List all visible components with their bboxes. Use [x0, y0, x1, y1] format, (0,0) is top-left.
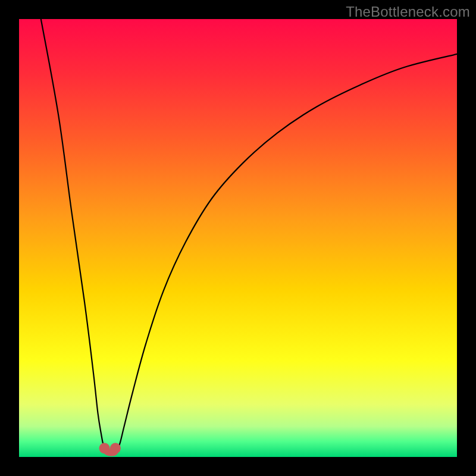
gradient-backdrop	[19, 19, 457, 457]
watermark-text: TheBottleneck.com	[346, 4, 470, 20]
optimum-marker-right	[110, 443, 121, 453]
chart-frame	[19, 19, 457, 457]
optimum-marker-left	[99, 443, 110, 453]
bottleneck-chart	[19, 19, 457, 457]
